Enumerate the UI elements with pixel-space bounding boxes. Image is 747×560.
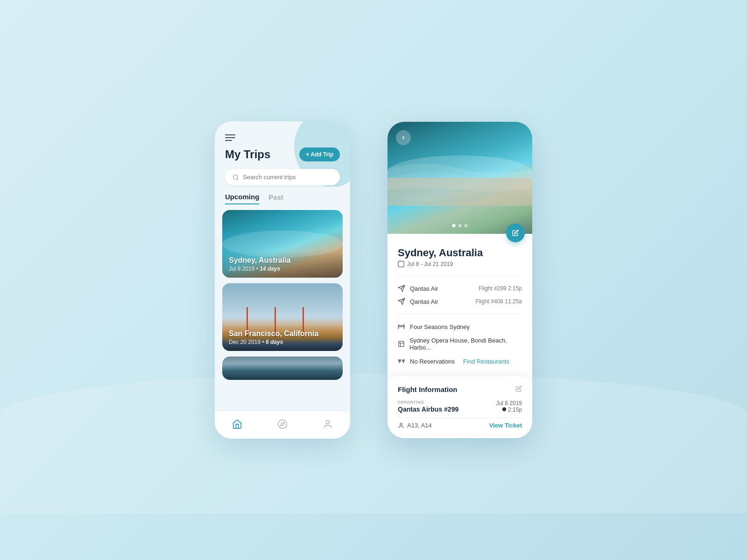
- activities-text: Sydney Opera House, Bondi Beach, Harbo..…: [409, 337, 522, 351]
- third-card-bg: [222, 357, 343, 380]
- search-bar: [225, 169, 340, 185]
- plane-arrive-icon: [398, 298, 405, 305]
- image-dots: [452, 224, 468, 227]
- tabs-container: Upcoming Past: [215, 193, 350, 204]
- calendar-icon: [398, 261, 404, 267]
- flight-2-airline: Qantas Air: [410, 298, 438, 305]
- svg-rect-5: [399, 341, 404, 346]
- hotel-name: Four Seasons Sydney: [410, 323, 470, 330]
- flight-2-info: Flight #408 11:25a: [476, 298, 522, 305]
- profile-icon: [323, 419, 333, 429]
- svg-point-9: [400, 423, 402, 425]
- nav-home-button[interactable]: [228, 415, 246, 434]
- sf-trip-name: San Francisco, California: [229, 329, 336, 338]
- title-row: My Trips + Add Trip: [225, 147, 340, 161]
- flight-1-info: Flight #299 2:15p: [479, 285, 522, 292]
- hero-image: [388, 122, 532, 234]
- back-button[interactable]: [396, 130, 411, 145]
- fi-flight-meta: Jul 8 2019 2:15p: [496, 400, 522, 413]
- fi-flight-details: DEPARTING Qantas Airbus #299: [398, 400, 458, 413]
- background-wave: [0, 373, 747, 513]
- fi-date: Jul 8 2019: [496, 400, 522, 406]
- nav-compass-button[interactable]: [274, 415, 291, 434]
- detail-dates: Jul 8 - Jul 21 2019: [398, 261, 522, 267]
- compass-icon: [277, 419, 288, 429]
- nav-profile-button[interactable]: [319, 415, 337, 434]
- phone-left-header: My Trips + Add Trip: [215, 121, 350, 193]
- sf-trip-date: Dec 20 2019 • 6 days: [229, 339, 336, 345]
- fi-header: Flight Information: [398, 385, 522, 393]
- tab-upcoming[interactable]: Upcoming: [225, 193, 259, 204]
- sydney-trip-name: Sydney, Australia: [229, 256, 336, 265]
- fi-departing-label: DEPARTING: [398, 400, 458, 405]
- find-restaurants-link[interactable]: Find Restaurants: [463, 358, 509, 365]
- activities-row: Sydney Opera House, Bondi Beach, Harbo..…: [398, 334, 522, 354]
- reservations-row: No Reservations Find Restaurants: [398, 354, 522, 368]
- svg-point-8: [502, 407, 506, 411]
- flight-row-1: Qantas Air Flight #299 2:15p: [398, 282, 522, 295]
- divider-1: [398, 276, 522, 276]
- cutlery-icon: [398, 357, 405, 365]
- fi-date-time: DEPARTING Qantas Airbus #299 Jul 8 2019 …: [398, 400, 522, 413]
- back-arrow-icon: [400, 134, 407, 141]
- svg-point-0: [233, 175, 238, 179]
- bottom-nav: [215, 411, 350, 439]
- detail-city: Sydney, Australia: [398, 247, 522, 259]
- search-icon: [233, 174, 239, 181]
- hotel-row: Four Seasons Sydney: [398, 320, 522, 334]
- clock-icon: [502, 407, 507, 412]
- page-title: My Trips: [225, 148, 270, 161]
- seat-icon: [398, 422, 404, 429]
- fi-seats: A13, A14: [407, 422, 432, 429]
- flight-1-airline: Qantas Air: [410, 285, 438, 292]
- tab-past[interactable]: Past: [268, 193, 283, 204]
- fi-edit-icon: [515, 385, 522, 392]
- menu-icon[interactable]: [225, 134, 235, 141]
- add-trip-button[interactable]: + Add Trip: [299, 147, 340, 161]
- phone-left: My Trips + Add Trip Upcoming Past Sydney…: [215, 121, 350, 439]
- flight-left-2: Qantas Air: [398, 298, 438, 305]
- dot-2: [458, 224, 462, 227]
- view-ticket-button[interactable]: View Ticket: [489, 422, 522, 429]
- flight-info-card: Flight Information DEPARTING Qantas Airb…: [388, 376, 532, 438]
- sydney-card-overlay: Sydney, Australia Jul 8 2019 • 14 days: [222, 251, 343, 278]
- fi-seat: A13, A14: [398, 422, 432, 429]
- fi-title: Flight Information: [398, 385, 457, 393]
- flight-left-1: Qantas Air: [398, 285, 438, 292]
- fi-time: 2:15p: [496, 406, 522, 413]
- phone-right: Sydney, Australia Jul 8 - Jul 21 2019 Qa…: [388, 122, 532, 438]
- divider-2: [398, 314, 522, 314]
- sf-card-overlay: San Francisco, California Dec 20 2019 • …: [222, 324, 343, 351]
- edit-fab-button[interactable]: [506, 224, 525, 242]
- search-input[interactable]: [243, 174, 332, 181]
- plane-depart-icon: [398, 285, 405, 292]
- trip-card-sydney[interactable]: Sydney, Australia Jul 8 2019 • 14 days: [222, 210, 343, 278]
- fi-seat-row: A13, A14 View Ticket: [398, 418, 522, 429]
- svg-line-1: [237, 178, 239, 180]
- svg-point-2: [278, 420, 287, 428]
- svg-point-4: [326, 420, 329, 424]
- activities-icon: [398, 340, 405, 348]
- flight-row-2: Qantas Air Flight #408 11:25a: [398, 295, 522, 308]
- sydney-trip-date: Jul 8 2019 • 14 days: [229, 266, 336, 272]
- fi-flight-name: Qantas Airbus #299: [398, 406, 458, 413]
- bed-icon: [398, 323, 405, 330]
- trips-list: Sydney, Australia Jul 8 2019 • 14 days S…: [215, 210, 350, 411]
- edit-icon: [512, 230, 519, 236]
- dot-3: [465, 224, 468, 227]
- trip-card-sf[interactable]: San Francisco, California Dec 20 2019 • …: [222, 283, 343, 351]
- home-icon: [232, 419, 242, 429]
- reservation-text: No Reservations: [410, 358, 455, 365]
- trip-card-third[interactable]: [222, 357, 343, 380]
- svg-marker-3: [281, 422, 284, 426]
- dot-1: [452, 224, 456, 227]
- fi-edit-button[interactable]: [515, 385, 522, 393]
- detail-content: Sydney, Australia Jul 8 - Jul 21 2019 Qa…: [388, 234, 532, 376]
